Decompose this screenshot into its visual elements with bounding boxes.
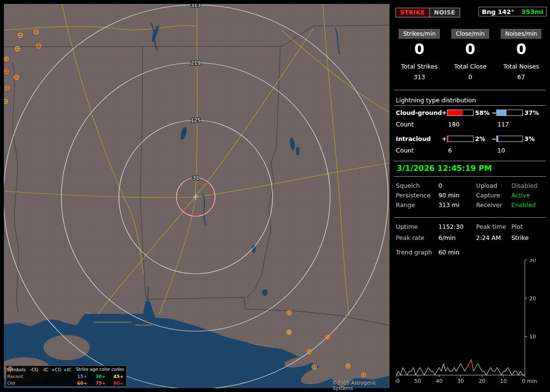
svg-text:40: 40: [436, 378, 443, 384]
recent-neg-ic-icon: [40, 373, 51, 379]
squelch-value: 0: [438, 182, 442, 189]
ic-positive-count: 6: [448, 147, 452, 154]
recent-pos-cg-icon: [51, 373, 62, 379]
persistence-value: 90 min: [438, 192, 459, 199]
separator: [394, 105, 546, 106]
age-75: 75+: [91, 380, 110, 386]
strike-trend-graph: 3020106050403020100 min: [395, 259, 545, 386]
separator: [394, 176, 546, 177]
cg-negative-bar: [496, 110, 523, 116]
copyright-credit: ©2005 Astrogenic Systems: [333, 380, 390, 391]
distribution-title: Lightning type distribution: [396, 97, 476, 104]
svg-text:10: 10: [529, 334, 536, 340]
legend-age-header: Strike age color codes: [73, 367, 127, 372]
total-noises: Total Noises 67: [496, 63, 547, 81]
noises-per-min-value: 0: [496, 41, 547, 57]
svg-text:125: 125: [191, 117, 201, 124]
close-per-min-label: Close/min: [451, 29, 489, 39]
separator: [394, 161, 546, 161]
bearing-distance: 353mi: [521, 8, 543, 15]
legend-col-pos-ic: +IC: [62, 367, 73, 372]
peak-rate-label: Peak rate: [396, 234, 424, 241]
ic-positive-bar: [447, 136, 474, 142]
cg-negative-count: 117: [497, 121, 509, 128]
separator: [394, 217, 546, 218]
old-pos-cg-icon: [51, 380, 62, 386]
svg-text:10: 10: [500, 378, 507, 384]
close-per-min-counter: Close/min 0: [445, 29, 495, 57]
svg-text:50: 50: [414, 378, 421, 384]
ic-count-label: Count: [396, 147, 414, 154]
cg-positive-bar: [447, 110, 474, 116]
plot-label: Plot: [511, 223, 523, 230]
age-60: 60+: [73, 380, 91, 386]
total-noises-value: 67: [496, 73, 547, 81]
rate-counters: Strikes/min 0 Close/min 0 Noises/min 0: [394, 29, 547, 57]
strikes-per-min-counter: Strikes/min 0: [394, 29, 445, 57]
totals-row: Total Strikes 313 Total Close 0 Total No…: [394, 63, 547, 81]
squelch-label: Squelch: [396, 182, 420, 189]
peak-time-label: Peak time: [476, 223, 506, 230]
total-close: Total Close 0: [445, 63, 495, 81]
upload-label: Upload: [476, 182, 497, 189]
noises-per-min-label: Noises/min: [501, 29, 541, 39]
age-90: 90+: [110, 380, 127, 386]
svg-text:20: 20: [478, 378, 485, 384]
lightning-tracker-screen: 31321912531 Symbols -CG -IC +CG +IC Stri…: [0, 0, 550, 392]
plus-sign: +: [442, 109, 447, 116]
svg-text:30: 30: [529, 259, 536, 263]
age-15: 15+: [73, 374, 91, 379]
peak-rate-value: 6/min: [438, 234, 456, 241]
ic-positive-pct: 2%: [475, 135, 485, 142]
svg-text:31: 31: [192, 175, 199, 181]
legend-row-recent: Recent: [6, 374, 29, 379]
range-value: 313 mi: [438, 201, 459, 209]
svg-text:313: 313: [191, 4, 201, 8]
minus-sign: −: [492, 109, 496, 116]
strikes-per-min-label: Strikes/min: [399, 29, 440, 39]
age-30: 30+: [91, 374, 110, 379]
cg-count-label: Count: [396, 121, 414, 128]
recent-pos-ic-icon: [62, 373, 73, 379]
date-time-clock: 3/1/2026 12:45:19 PM: [397, 164, 492, 173]
strike-toggle-button[interactable]: STRIKE: [395, 8, 430, 17]
recent-neg-cg-icon: [29, 373, 40, 379]
status-panel: STRIKE NOISE Bng 142° 353mi Strikes/min …: [394, 4, 547, 388]
strike-map[interactable]: 31321912531 Symbols -CG -IC +CG +IC Stri…: [4, 4, 390, 388]
cg-positive-count: 180: [448, 121, 460, 128]
legend-col-neg-cg: -CG: [29, 367, 40, 372]
uptime-label: Uptime: [396, 223, 418, 230]
ic-negative-bar: [496, 136, 523, 142]
plus-sign: +: [442, 135, 447, 142]
receiver-label: Receiver: [476, 201, 502, 209]
age-45: 45+: [110, 374, 127, 379]
old-neg-cg-icon: [29, 380, 40, 386]
minus-sign: −: [492, 135, 496, 142]
bearing-readout: Bng 142° 353mi: [478, 7, 547, 16]
total-noises-label: Total Noises: [496, 63, 547, 70]
total-close-label: Total Close: [445, 63, 495, 70]
capture-label: Capture: [476, 192, 500, 199]
total-close-value: 0: [445, 73, 495, 81]
peak-time-value: 2:24 AM: [476, 234, 501, 241]
svg-text:30: 30: [457, 378, 464, 384]
range-label: Range: [396, 201, 415, 209]
lake-pontchartrain: [39, 320, 65, 331]
cg-negative-pct: 37%: [524, 109, 539, 116]
total-strikes-label: Total Strikes: [394, 63, 445, 70]
trend-graph-label: Trend graph: [396, 249, 432, 256]
close-per-min-value: 0: [445, 41, 495, 57]
trend-graph-window: 60 min: [438, 249, 459, 256]
intracloud-label: Intracloud: [396, 135, 431, 142]
cloud-ground-label: Cloud-ground: [396, 109, 442, 116]
ic-negative-pct: 3%: [524, 135, 535, 142]
noise-toggle-button[interactable]: NOISE: [429, 8, 460, 17]
uptime-value: 1152:30: [438, 223, 463, 230]
symbol-legend: Symbols -CG -IC +CG +IC Strike age color…: [6, 365, 127, 387]
old-neg-ic-icon: [40, 380, 51, 386]
total-strikes-value: 313: [394, 73, 445, 81]
legend-col-neg-ic: -IC: [40, 367, 51, 372]
map-canvas: 31321912531: [4, 4, 390, 388]
legend-col-pos-cg: +CG: [51, 367, 62, 372]
ic-negative-count: 10: [497, 147, 505, 154]
